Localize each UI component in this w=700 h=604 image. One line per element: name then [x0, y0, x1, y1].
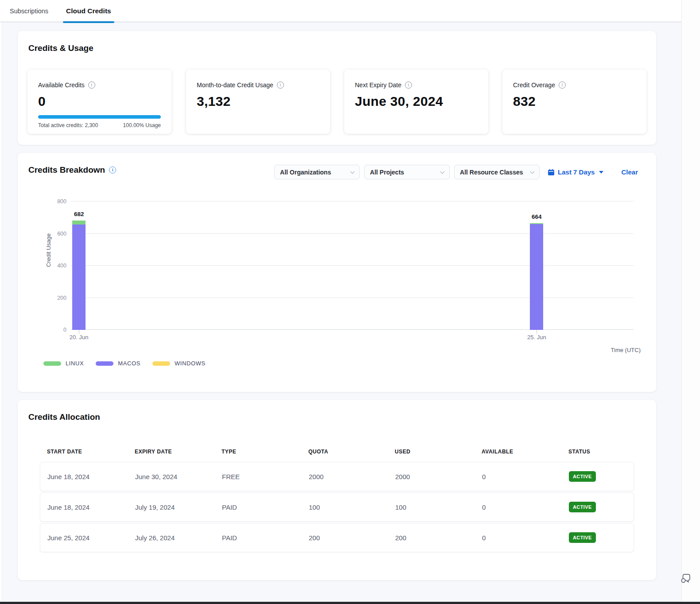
chevron-down-icon — [350, 169, 355, 174]
bar-segment-macos — [72, 225, 86, 330]
cell-available: 0 — [482, 473, 569, 480]
info-icon[interactable] — [277, 81, 284, 89]
total-active-credits: Total active credits: 2,300 — [38, 122, 98, 128]
allocation-table-header: START DATE EXPIRY DATE TYPE QUOTA USED A… — [47, 449, 627, 455]
chart-legend: LINUXMACOSWINDOWS — [43, 360, 206, 367]
y-axis-tick: 600 — [49, 231, 66, 237]
credits-usage-progress-bar — [38, 115, 161, 119]
credit-overage-value: 832 — [513, 94, 636, 109]
legend-label: MACOS — [118, 360, 140, 367]
cell-available: 0 — [482, 534, 569, 542]
clear-filters-button[interactable]: Clear — [621, 168, 638, 176]
tab-subscriptions[interactable]: Subscriptions — [10, 0, 48, 22]
cell-quota: 200 — [309, 534, 395, 542]
bar-segment-linux — [72, 221, 86, 225]
gridline — [71, 265, 634, 266]
tab-cloud-credits[interactable]: Cloud Credits — [66, 0, 111, 22]
column-header-start-date: START DATE — [47, 449, 135, 455]
credits-breakdown-title-text: Credits Breakdown — [28, 165, 105, 175]
organizations-filter[interactable]: All Organizations — [274, 165, 360, 179]
column-header-expiry-date: EXPIRY DATE — [135, 449, 222, 455]
usage-percentage: 100.00% Usage — [123, 122, 161, 128]
column-header-available: AVAILABLE — [482, 449, 568, 455]
x-axis-tick: 20. Jun — [63, 334, 94, 341]
column-header-used: USED — [395, 449, 482, 455]
credits-allocation-section: Credits Allocation START DATE EXPIRY DAT… — [18, 400, 656, 580]
projects-filter-value: All Projects — [370, 169, 404, 176]
info-icon[interactable] — [109, 166, 116, 174]
y-axis-label: Credit Usage — [45, 233, 52, 267]
breakdown-filters: All Organizations All Projects All Resou… — [274, 165, 638, 179]
date-range-picker[interactable]: Last 7 Days — [548, 168, 603, 176]
cell-type: PAID — [222, 534, 309, 542]
credit-usage-chart: Credit Usage Time (UTC) 0200400600800682… — [71, 201, 634, 330]
projects-filter[interactable]: All Projects — [364, 165, 450, 179]
cell-quota: 2000 — [309, 473, 395, 480]
resource-classes-filter[interactable]: All Resource Classes — [454, 165, 540, 179]
info-icon[interactable] — [405, 81, 412, 89]
cell-used: 100 — [395, 503, 482, 511]
available-credits-label: Available Credits — [38, 81, 85, 89]
info-icon[interactable] — [88, 81, 95, 89]
status-badge: ACTIVE — [569, 502, 596, 512]
organizations-filter-value: All Organizations — [280, 169, 331, 176]
credit-overage-label: Credit Overage — [513, 81, 555, 89]
cell-type: PAID — [222, 503, 309, 511]
stat-card-next-expiry: Next Expiry Date June 30, 2024 — [344, 70, 488, 134]
calendar-icon — [548, 169, 555, 176]
right-gutter — [681, 0, 700, 602]
cell-quota: 100 — [309, 503, 395, 511]
cell-available: 0 — [482, 503, 569, 511]
column-header-quota: QUOTA — [308, 449, 395, 455]
y-axis-tick: 200 — [49, 295, 66, 301]
support-chat-button[interactable] — [679, 571, 693, 585]
cell-start-date: June 18, 2024 — [47, 473, 135, 480]
column-header-type: TYPE — [222, 449, 308, 455]
mtd-usage-label: Month-to-date Credit Usage — [197, 81, 273, 89]
cell-start-date: June 25, 2024 — [47, 534, 135, 542]
status-badge: ACTIVE — [569, 532, 596, 543]
cell-type: FREE — [222, 473, 309, 480]
stat-card-credit-overage: Credit Overage 832 — [502, 70, 646, 134]
bar-value-label: 682 — [65, 211, 93, 217]
legend-label: LINUX — [66, 360, 84, 367]
legend-swatch — [43, 361, 61, 366]
bar-20-jun[interactable] — [72, 221, 86, 330]
legend-item-macos[interactable]: MACOS — [96, 360, 140, 367]
resource-classes-filter-value: All Resource Classes — [460, 169, 523, 176]
window-bottom-edge — [0, 602, 700, 604]
cell-used: 2000 — [395, 473, 482, 480]
left-edge — [0, 22, 2, 602]
stat-card-available-credits: Available Credits 0 Total active credits… — [27, 70, 171, 134]
chat-bubbles-icon — [679, 571, 693, 585]
info-icon[interactable] — [559, 81, 566, 89]
legend-item-windows[interactable]: WINDOWS — [152, 360, 206, 367]
tab-bar: Subscriptions Cloud Credits — [0, 0, 681, 22]
x-axis-tickmark — [537, 330, 537, 334]
next-expiry-label: Next Expiry Date — [355, 81, 401, 89]
gridline — [71, 233, 634, 234]
table-row: June 18, 2024 July 19, 2024 PAID 100 100… — [40, 492, 634, 522]
caret-down-icon — [599, 171, 603, 174]
credits-allocation-title: Credits Allocation — [28, 412, 100, 422]
cloud-credits-page: Subscriptions Cloud Credits Credits & Us… — [0, 0, 700, 604]
x-axis-tick: 25. Jun — [521, 334, 552, 341]
progress-fill — [38, 115, 161, 119]
tab-subscriptions-label: Subscriptions — [10, 8, 48, 15]
cell-expiry-date: July 26, 2024 — [135, 534, 222, 542]
gridline — [71, 298, 634, 298]
active-tab-indicator — [63, 21, 114, 23]
x-axis-tickmark — [79, 330, 79, 334]
bar-value-label: 664 — [522, 213, 551, 220]
chevron-down-icon — [530, 169, 535, 174]
mtd-usage-value: 3,132 — [197, 94, 319, 109]
cell-start-date: June 18, 2024 — [47, 503, 135, 511]
legend-swatch — [152, 361, 170, 366]
cell-expiry-date: July 19, 2024 — [135, 503, 222, 511]
credits-breakdown-title: Credits Breakdown — [28, 165, 116, 175]
bar-25-jun[interactable] — [530, 223, 543, 330]
y-axis-tick: 400 — [49, 263, 66, 269]
column-header-status: STATUS — [568, 449, 627, 455]
x-axis-label: Time (UTC) — [611, 347, 641, 353]
legend-item-linux[interactable]: LINUX — [43, 360, 84, 367]
